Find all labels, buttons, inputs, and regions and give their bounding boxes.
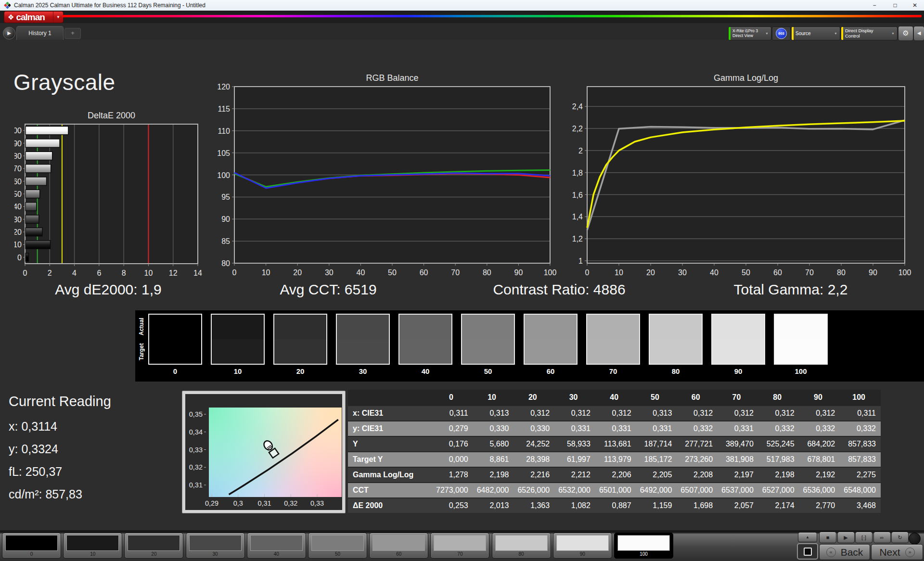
svg-text:10: 10 [615,268,623,277]
table-cell: 0,313 [473,406,514,421]
table-cell: 0,312 [718,406,758,421]
pattern-swatch [434,535,486,551]
gamma-loglog-chart: 2,42,221,81,61,41,2101020304050607080901… [568,72,924,281]
table-cell: 2,013 [473,498,514,513]
pattern-button-60[interactable]: 60 [369,533,428,559]
pattern-button-70[interactable]: 70 [430,533,489,559]
logo-dropdown-icon[interactable]: ▼ [53,12,63,23]
close-button[interactable]: ✕ [907,0,923,11]
pattern-swatch [556,535,609,551]
swatch-label: 40 [398,367,452,375]
expand-up-button[interactable]: ▲ [798,532,817,542]
pattern-button-100[interactable]: 100 [614,533,673,559]
table-cell: 8,861 [473,452,514,467]
pattern-label: 90 [553,551,612,557]
svg-text:1: 1 [578,257,583,265]
swatch-level-100 [774,314,828,365]
svg-text:1,8: 1,8 [572,169,583,177]
svg-text:80: 80 [221,259,230,268]
minimize-button[interactable]: − [866,0,883,11]
back-button[interactable]: « Back [819,544,870,560]
display-control-dropdown[interactable]: Direct Display Control ▼ [841,26,898,40]
reading-x: x: 0,3114 [9,420,57,434]
add-tab-button[interactable]: + [64,28,81,39]
svg-text:60: 60 [773,268,782,277]
chevron-down-icon: ▼ [889,32,897,35]
svg-text:105: 105 [217,149,230,157]
meter-status-badge-box[interactable]: 603 [772,26,791,40]
tab-history-1[interactable]: History 1 [16,26,64,40]
table-row--e-2000: ΔE 20000,2532,0131,3631,0820,8871,1591,6… [348,497,881,513]
settings-gear-button[interactable]: ⚙ [898,26,913,41]
pattern-button-10[interactable]: 10 [63,533,122,559]
svg-text:Gamma Log/Log: Gamma Log/Log [714,73,778,83]
maximize-button[interactable]: □ [887,0,903,11]
refresh-button[interactable]: ↻ [891,532,909,543]
cie-chart-overlay: 0,350,340,330,320,310,290,30,310,320,33 [182,391,346,514]
window-square-icon [804,548,812,556]
svg-text:0,29: 0,29 [205,499,218,507]
table-cell: 2,057 [718,498,758,513]
meter-line2: Direct View [732,34,758,38]
pattern-button-90[interactable]: 90 [553,533,612,559]
swatch-level-50 [461,314,515,365]
stop-button[interactable]: ■ [819,532,836,543]
table-cell: 0,312 [513,406,554,421]
svg-text:0: 0 [585,268,590,277]
svg-text:12: 12 [169,269,178,277]
avg-de2000-stat: Avg dE2000: 1,9 [55,281,161,298]
pattern-window-button[interactable]: [·] [855,532,873,543]
pattern-button-50[interactable]: 50 [308,533,367,559]
pattern-swatch [495,535,548,551]
svg-text:0: 0 [23,269,27,277]
contrast-ratio-stat: Contrast Ratio: 4886 [493,281,625,298]
svg-text:100: 100 [544,268,557,277]
play-button[interactable]: ▶ [837,532,855,543]
calman-logo-menu[interactable]: ❖ calman ▼ [4,11,64,23]
table-cell: 0,000 [432,452,473,467]
pattern-label: 70 [431,551,489,557]
svg-text:0,33: 0,33 [310,499,324,507]
collapse-panel-button[interactable]: ◀ [913,26,924,41]
pattern-swatch [189,535,242,551]
svg-text:0,35: 0,35 [189,410,203,418]
swatch-level-40 [398,314,452,365]
history-nav-button[interactable]: ▶ [3,27,15,39]
pattern-button-0[interactable]: 0 [2,533,61,559]
svg-text:RGB Balance: RGB Balance [366,73,418,83]
table-cell: 113,681 [595,437,636,451]
table-column-header: 30 [554,390,595,405]
reading-marker-icon [262,439,279,458]
table-row-target-y: Target Y0,0008,86128,39861,997113,979185… [348,451,881,467]
swatch-actual [587,315,639,339]
source-dropdown[interactable]: Source ▼ [791,26,840,40]
continuous-button[interactable]: ∞ [873,532,891,543]
swatch-label: 50 [461,367,515,375]
pattern-label: 50 [308,551,367,557]
svg-text:0,32: 0,32 [284,499,297,507]
table-header-row: 0102030405060708090100 [348,390,881,405]
swatch-label: 100 [774,367,828,375]
table-cell: 6526,000 [513,483,554,497]
svg-text:20: 20 [646,268,655,277]
table-cell: 2,208 [677,468,718,482]
swatch-target [212,339,264,364]
reading-fl: fL: 250,37 [9,465,62,479]
chevron-down-icon: ▼ [763,32,771,35]
pattern-window-button[interactable] [797,543,818,560]
pattern-button-20[interactable]: 20 [124,533,183,559]
swatch-label: 60 [524,367,578,375]
table-cell: 61,997 [554,452,595,467]
table-cell: 0,312 [554,406,595,421]
swatch-actual [274,315,326,339]
svg-text:20: 20 [293,268,302,277]
pattern-button-40[interactable]: 40 [247,533,306,559]
pattern-button-30[interactable]: 30 [186,533,245,559]
grayscale-swatch-band: Actual Target 0102030405060708090100 [135,310,924,382]
meter-dropdown[interactable]: X-Rite i1Pro 3 Direct View ▼ [728,26,771,40]
next-button[interactable]: Next » [871,544,923,560]
tab-bar: ▶ History 1 + X-Rite i1Pro 3 Direct View… [0,23,924,39]
table-cell: 517,983 [758,452,799,467]
table-column-header: 70 [718,390,758,405]
pattern-button-80[interactable]: 80 [492,533,551,559]
